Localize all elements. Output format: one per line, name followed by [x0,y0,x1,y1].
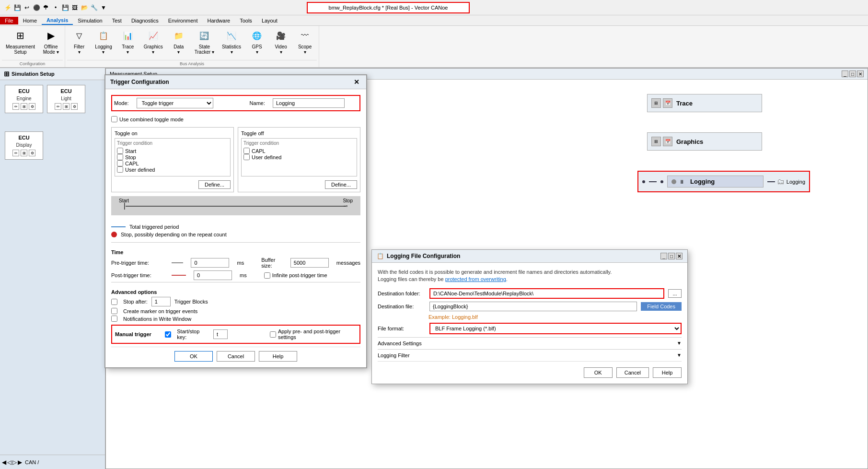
quick-access-8[interactable]: 📂 [81,4,88,12]
lfc-close[interactable]: ✕ [676,253,683,259]
trace-icons: ⊞ 📅 [651,98,672,108]
notifications-check[interactable] [111,316,117,322]
ecu-light-icon2[interactable]: ⊞ [63,103,69,110]
quick-access-1[interactable]: 💾 [13,4,21,12]
meas-maximize[interactable]: □ [849,70,856,77]
nav-prev[interactable]: ◁ [7,459,12,466]
menu-layout[interactable]: Layout [257,17,282,24]
menu-environment[interactable]: Environment [163,17,203,24]
buffer-size-input[interactable] [290,258,329,268]
quick-access-7[interactable]: 🖼 [71,4,79,12]
post-trigger-input[interactable] [194,270,232,280]
field-codes-btn[interactable]: Field Codes [641,302,682,311]
logging-filter-header[interactable]: Logging Filter ▼ [378,349,682,361]
menu-test[interactable]: Test [107,17,127,24]
post-trigger-label: Post-trigger time: [111,272,164,278]
name-input[interactable] [273,98,345,108]
scope-label: Scope▾ [298,44,312,55]
ecu-light-icon1[interactable]: ✏ [55,103,61,110]
toggle-on-capl-check[interactable] [117,160,123,166]
quick-access-6[interactable]: 💾 [61,4,69,12]
toggle-on-stop-check[interactable] [117,154,123,160]
trigger-cancel-btn[interactable]: Cancel [217,351,255,362]
trigger-ok-btn[interactable]: OK [174,351,213,362]
ecu-display-icon1[interactable]: ✏ [12,150,19,156]
menu-file[interactable]: File [0,17,18,24]
menu-diagnostics[interactable]: Diagnostics [127,17,163,24]
graphics-btn[interactable]: 📈 Graphics▾ [140,26,167,57]
quick-access-2[interactable]: ↩ [23,4,31,12]
toggle-on-start-check[interactable] [117,148,123,154]
logging-btn[interactable]: 📋 Logging▾ [91,26,116,57]
stop-after-input[interactable] [151,297,171,306]
logging-filter-arrow: ▼ [677,352,682,358]
create-marker-check[interactable] [111,308,117,314]
nav-next[interactable]: ▷ [12,459,17,466]
measurement-setup-btn[interactable]: ⊞ MeasurementSetup [2,26,39,57]
ecu-light-icon3[interactable]: ⚙ [71,103,78,110]
scope-btn[interactable]: 〰 Scope▾ [293,26,317,57]
file-format-select[interactable]: BLF Frame Logging (*.blf) ASC Logging (*… [429,323,682,334]
menu-tools[interactable]: Tools [235,17,257,24]
filter-btn[interactable]: ▽ Filter▾ [67,26,91,57]
combined-toggle-check[interactable] [111,116,117,122]
offline-mode-btn[interactable]: ▶ OfflineMode ▾ [39,26,63,57]
ecu-engine-icon1[interactable]: ✏ [12,103,19,110]
mode-select[interactable]: Toggle trigger Basic trigger One-shot tr… [137,98,213,108]
quick-access-9[interactable]: 🔧 [90,4,98,12]
ecu-engine-icon3[interactable]: ⚙ [29,103,35,110]
quick-access-5[interactable]: • [52,4,59,12]
trigger-close-btn[interactable]: ✕ [352,78,361,86]
data-btn[interactable]: 📁 Data▾ [167,26,191,57]
lfc-title-label: Logging File Configuration [387,253,460,259]
stop-after-check[interactable] [111,299,117,305]
gps-icon: 🌐 [249,28,265,43]
toggle-off-user-check[interactable] [243,154,250,160]
lfc-cancel-btn[interactable]: Cancel [616,367,649,378]
ecu-display-icon3[interactable]: ⚙ [29,150,35,156]
dest-file-input[interactable] [429,302,637,311]
quick-access-10[interactable]: ▼ [100,4,107,12]
toggle-on-start-label: Start [125,148,136,154]
menu-home[interactable]: Home [18,17,42,24]
trace-btn[interactable]: 📊 Trace▾ [116,26,140,57]
ecu-display-icon2[interactable]: ⊞ [21,150,27,156]
menu-hardware[interactable]: Hardware [203,17,235,24]
start-stop-key-input[interactable] [213,329,228,339]
lfc-minimize[interactable]: _ [660,253,667,259]
start-stop-key-check[interactable] [165,331,171,338]
menu-simulation[interactable]: Simulation [73,17,107,24]
quick-access-4[interactable]: 🌩 [42,4,50,12]
quick-access-3[interactable]: ⚫ [33,4,40,12]
lfc-info-link[interactable]: protected from overwriting [445,276,506,282]
apply-pre-post-check[interactable] [270,331,276,338]
gps-btn[interactable]: 🌐 GPS▾ [245,26,269,57]
toggle-on-user-label: User defined [125,167,155,173]
dest-folder-input[interactable] [429,288,664,299]
ecu-engine-icon2[interactable]: ⊞ [21,103,27,110]
lfc-buttons: OK Cancel Help [378,361,682,378]
toggle-off-capl-check[interactable] [243,148,250,154]
lfc-maximize[interactable]: □ [668,253,675,259]
pre-trigger-input[interactable] [191,258,229,268]
lfc-ok-btn[interactable]: OK [584,367,613,378]
lfc-help-btn[interactable]: Help [653,367,682,378]
advanced-settings-header[interactable]: Advanced Settings ▼ [378,337,682,349]
statistics-btn[interactable]: 📉 Statistics▾ [218,26,245,57]
ribbon-label-bus: Bus Analysis [67,60,317,67]
video-btn[interactable]: 🎥 Video▾ [269,26,293,57]
stop-after-row: Stop after: Trigger Blocks [111,297,360,306]
meas-close[interactable]: ✕ [857,70,864,77]
toggle-off-define-btn[interactable]: Define... [325,180,357,189]
dest-folder-browse-btn[interactable]: ... [668,289,682,298]
nav-left[interactable]: ◀ [2,459,6,466]
toggle-on-user-check[interactable] [117,166,123,173]
meas-minimize[interactable]: _ [842,70,848,77]
toggle-on-define-btn[interactable]: Define... [198,180,231,189]
menu-analysis[interactable]: Analysis [42,16,73,25]
state-tracker-btn[interactable]: 🔄 StateTracker ▾ [191,26,218,57]
trigger-help-btn[interactable]: Help [259,351,297,362]
infinite-post-check[interactable] [264,272,270,279]
toggle-off-user: User defined [243,154,355,160]
nav-right[interactable]: ▶ [18,459,22,466]
